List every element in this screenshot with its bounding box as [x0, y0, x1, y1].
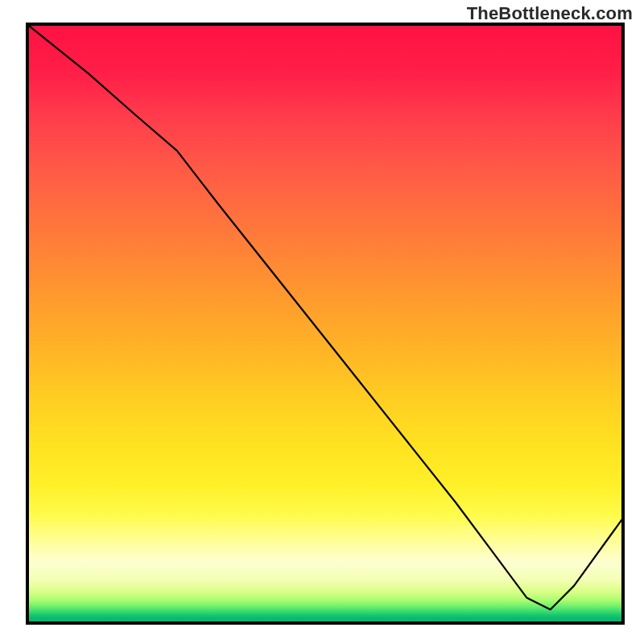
chart-stage: TheBottleneck.com	[0, 0, 644, 644]
chart-plot-area	[26, 23, 625, 625]
watermark-text: TheBottleneck.com	[467, 3, 633, 24]
chart-background-gradient	[29, 26, 621, 621]
